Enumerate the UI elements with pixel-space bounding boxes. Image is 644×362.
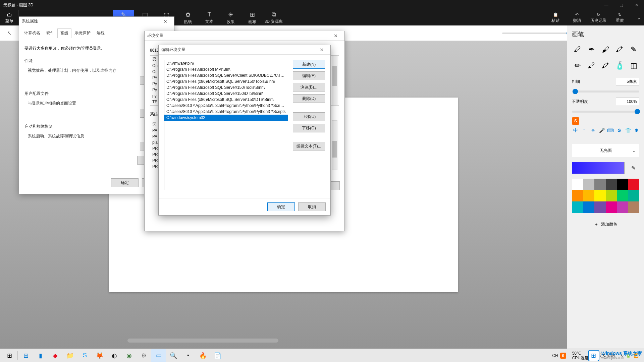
taskbar-app-10[interactable]: 🔍 (166, 349, 181, 362)
dialog-titlebar[interactable]: 编辑环境变量 ✕ (159, 45, 330, 55)
path-item[interactable]: C:\Program Files\Microsoft MPI\Bin\ (164, 66, 288, 72)
color-swatch-16[interactable] (617, 201, 628, 213)
taskbar-app-1[interactable]: ▮ (33, 349, 48, 362)
dialog-titlebar[interactable]: 环境变量 ✕ (145, 31, 344, 41)
brush-0[interactable]: 🖊 (572, 43, 583, 56)
ime-item-5[interactable]: ⚙ (615, 127, 623, 134)
horizontal-scrollbar[interactable] (127, 339, 278, 343)
ime-badge-icon[interactable]: S (560, 353, 566, 359)
taskbar-app-12[interactable]: 🔥 (196, 349, 210, 362)
taskbar-app-5[interactable]: 🦊 (92, 349, 107, 362)
taskbar-app-6[interactable]: ◐ (107, 349, 122, 362)
minimize-button[interactable]: — (599, 0, 614, 10)
ime-item-3[interactable]: 🎤 (598, 127, 605, 134)
ime-item-0[interactable]: 中 (572, 127, 579, 134)
close-icon[interactable]: ✕ (330, 31, 342, 41)
dialog-titlebar[interactable]: 系统属性 ✕ (19, 17, 174, 26)
ime-item-6[interactable]: 👕 (624, 127, 632, 134)
editenv-ok-button[interactable]: 确定 (267, 202, 295, 211)
sys-tab-2[interactable]: 高级 (57, 28, 71, 38)
ime-item-7[interactable]: ✱ (633, 127, 640, 134)
eyedropper-button[interactable]: ✎ (627, 162, 639, 174)
cpu-temp[interactable]: 50℃ CPU温度 (572, 351, 589, 360)
path-item[interactable]: C:\Users\86137\AppData\Local\Programs\Py… (164, 103, 288, 109)
thickness-slider[interactable] (572, 90, 639, 93)
path-item[interactable]: D:\Vmware\bin\ (164, 60, 288, 66)
taskbar-app-7[interactable]: ◉ (122, 349, 137, 362)
start-button[interactable]: ⊞ (2, 349, 17, 362)
taskbar-app-11[interactable]: ▪ (181, 349, 196, 362)
color-swatch-1[interactable] (583, 179, 595, 190)
path-item[interactable]: C:\Program Files (x86)\Microsoft SQL Ser… (164, 97, 288, 103)
sysprops-ok-button[interactable]: 确定 (111, 178, 139, 187)
ribbon-collapse-icon[interactable]: ⌄ (634, 10, 644, 25)
brush-2[interactable]: 🖌 (600, 43, 611, 56)
taskbar-app-8[interactable]: ⚙ (137, 349, 151, 362)
color-swatch-15[interactable] (606, 201, 617, 213)
path-item[interactable]: C:\Users\86137\AppData\Local\Programs\Py… (164, 109, 288, 115)
ribbon-tab-6[interactable]: ⊞画布 (241, 10, 263, 25)
taskbar-app-2[interactable]: ◆ (48, 349, 63, 362)
color-swatch-7[interactable] (583, 190, 595, 201)
color-swatch-11[interactable] (628, 190, 640, 201)
sys-tab-1[interactable]: 硬件 (43, 28, 57, 38)
taskbar-app-9[interactable]: ▭ (151, 349, 166, 362)
ime-item-4[interactable]: ⌨ (607, 127, 614, 134)
sys-tab-3[interactable]: 系统保护 (71, 28, 94, 38)
ime-indicator[interactable]: CH (552, 353, 558, 358)
surface-dropdown[interactable]: 无光面 ⌄ (572, 144, 639, 157)
path-item[interactable]: D:\Program Files\Microsoft SQL Server\Cl… (164, 72, 288, 78)
ime-item-2[interactable]: ☺ (589, 127, 597, 134)
ribbon-action-0[interactable]: 📋粘贴 (545, 12, 566, 23)
taskbar-app-13[interactable]: 📄 (210, 349, 225, 362)
color-swatch-9[interactable] (606, 190, 617, 201)
opacity-slider[interactable] (572, 111, 639, 113)
thickness-input[interactable]: 5像素 (616, 77, 639, 86)
zoom-slider[interactable] (502, 33, 569, 34)
color-swatch-2[interactable] (594, 179, 606, 190)
move-up-button[interactable]: 上移(U) (293, 112, 325, 121)
weather-widget[interactable]: ☀ 7℃ 晴朗 (595, 353, 615, 358)
maximize-button[interactable]: ▢ (614, 0, 629, 10)
color-swatch-10[interactable] (617, 190, 628, 201)
ribbon-tab-7[interactable]: ⧉3D 资源库 (263, 10, 284, 25)
ribbon-action-3[interactable]: ↻重做 (609, 12, 631, 23)
brush-3[interactable]: 🖍 (614, 43, 625, 56)
color-swatch-8[interactable] (594, 190, 606, 201)
close-button[interactable]: ✕ (629, 0, 644, 10)
sys-tab-4[interactable]: 远程 (94, 28, 108, 38)
menu-button[interactable]: 🗀 菜单 (0, 10, 19, 25)
path-list[interactable]: D:\Vmware\bin\C:\Program Files\Microsoft… (164, 60, 288, 190)
new-button[interactable]: 新建(N) (293, 60, 325, 69)
brush-9[interactable]: ◫ (628, 59, 639, 72)
tray-icon-0[interactable]: ∧ (620, 353, 623, 358)
brush-1[interactable]: ✒ (586, 43, 597, 56)
ribbon-tab-5[interactable]: ☀效果 (220, 10, 241, 25)
close-icon[interactable]: ✕ (316, 45, 328, 55)
ime-item-1[interactable]: ° (581, 127, 588, 134)
brush-6[interactable]: 🖊 (586, 59, 597, 72)
color-swatch-13[interactable] (583, 201, 595, 213)
ribbon-tab-3[interactable]: ✿贴纸 (177, 10, 199, 25)
color-swatch-6[interactable] (572, 190, 583, 201)
path-item[interactable]: C:\windows\system32 (164, 115, 288, 121)
path-item[interactable]: D:\Program Files\Microsoft SQL Server\15… (164, 90, 288, 97)
tray-icon-1[interactable]: 🔋 (626, 353, 631, 358)
brush-4[interactable]: ✎ (628, 43, 639, 56)
tray-icon-2[interactable]: 📶 (634, 353, 639, 358)
move-down-button[interactable]: 下移(O) (293, 124, 325, 132)
brush-7[interactable]: 🖍 (600, 59, 611, 72)
close-icon[interactable]: ✕ (159, 17, 171, 26)
color-swatch-4[interactable] (617, 179, 628, 190)
color-swatch-12[interactable] (572, 201, 583, 213)
ime-badge[interactable]: S (572, 117, 579, 125)
path-item[interactable]: D:\Program Files\Microsoft SQL Server\15… (164, 84, 288, 90)
opacity-input[interactable]: 100% (616, 97, 639, 106)
add-color-button[interactable]: ＋ 添加颜色 (572, 218, 639, 231)
taskbar-app-4[interactable]: S (77, 349, 92, 362)
brush-8[interactable]: 🧴 (614, 59, 625, 72)
color-swatch-5[interactable] (628, 179, 640, 190)
color-gradient[interactable] (572, 162, 625, 174)
taskbar-app-0[interactable]: ⊞ (18, 349, 33, 362)
ribbon-action-1[interactable]: ↶撤消 (566, 12, 588, 23)
